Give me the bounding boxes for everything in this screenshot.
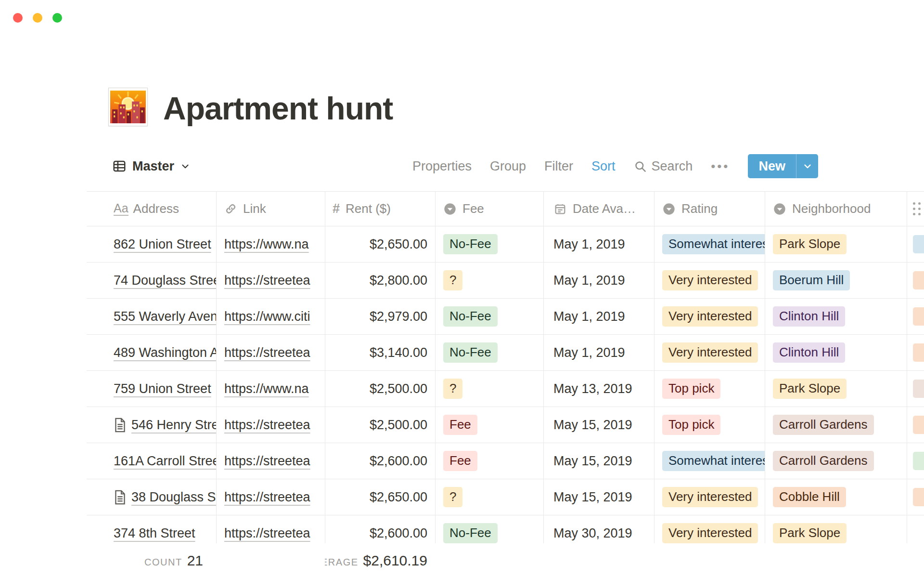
- cell-extra[interactable]: [907, 335, 924, 370]
- page-emoji-icon[interactable]: [108, 88, 148, 126]
- cell-address[interactable]: 161A Carroll Street: [106, 443, 216, 479]
- cell-fee[interactable]: ?: [435, 371, 543, 407]
- group-button[interactable]: Group: [490, 159, 526, 174]
- url-link[interactable]: https://streetea: [224, 490, 310, 505]
- column-header-date[interactable]: Date Ava…: [543, 192, 654, 226]
- cell-extra[interactable]: [907, 479, 924, 515]
- cell-address[interactable]: 74 Douglass Street: [106, 263, 216, 298]
- cell-rent[interactable]: $2,650.00: [325, 479, 435, 515]
- new-button-label[interactable]: New: [748, 154, 796, 178]
- cell-date-available[interactable]: May 1, 2019: [543, 335, 654, 370]
- cell-extra[interactable]: [907, 443, 924, 479]
- column-header-address[interactable]: AaAddress: [106, 192, 216, 226]
- minimize-window-button[interactable]: [33, 13, 42, 23]
- column-header-rent[interactable]: #Rent ($): [325, 192, 435, 226]
- address-link[interactable]: 555 Waverly Avenue: [114, 309, 216, 324]
- new-dropdown-button[interactable]: [796, 154, 818, 178]
- close-window-button[interactable]: [13, 13, 23, 23]
- cell-link[interactable]: https://streetea: [216, 479, 325, 515]
- cell-neighborhood[interactable]: Clinton Hill: [765, 299, 907, 334]
- cell-address[interactable]: 862 Union Street: [106, 226, 216, 262]
- more-options-button[interactable]: •••: [711, 159, 730, 174]
- cell-fee[interactable]: ?: [435, 263, 543, 298]
- cell-date-available[interactable]: May 1, 2019: [543, 263, 654, 298]
- sort-button[interactable]: Sort: [591, 159, 616, 174]
- cell-rating[interactable]: Somewhat interested: [654, 226, 765, 262]
- cell-address[interactable]: 489 Washington Ave: [106, 335, 216, 370]
- page-title[interactable]: Apartment hunt: [163, 91, 393, 126]
- cell-fee[interactable]: No-Fee: [435, 299, 543, 334]
- cell-link[interactable]: https://www.na: [216, 371, 325, 407]
- url-link[interactable]: https://streetea: [224, 345, 310, 360]
- count-calc[interactable]: COUNT 21: [87, 543, 216, 578]
- cell-link[interactable]: https://streetea: [216, 407, 325, 443]
- cell-rent[interactable]: $2,650.00: [325, 226, 435, 262]
- cell-address[interactable]: 546 Henry Street: [106, 407, 216, 443]
- cell-extra[interactable]: [907, 407, 924, 443]
- cell-rating[interactable]: Top pick: [654, 371, 765, 407]
- url-link[interactable]: https://streetea: [224, 526, 310, 541]
- cell-neighborhood[interactable]: Boerum Hill: [765, 263, 907, 298]
- cell-date-available[interactable]: May 13, 2019: [543, 371, 654, 407]
- cell-fee[interactable]: No-Fee: [435, 226, 543, 262]
- cell-link[interactable]: https://streetea: [216, 443, 325, 479]
- column-header-hood[interactable]: Neighborhood: [765, 192, 907, 226]
- address-link[interactable]: 161A Carroll Street: [114, 454, 216, 469]
- cell-rent[interactable]: $2,979.00: [325, 299, 435, 334]
- cell-rent[interactable]: $2,600.00: [325, 443, 435, 479]
- cell-fee[interactable]: Fee: [435, 443, 543, 479]
- cell-link[interactable]: https://www.na: [216, 226, 325, 262]
- cell-neighborhood[interactable]: Carroll Gardens: [765, 443, 907, 479]
- new-button[interactable]: New: [748, 154, 818, 178]
- address-link[interactable]: 374 8th Street: [114, 526, 195, 541]
- url-link[interactable]: https://streetea: [224, 273, 310, 288]
- cell-rating[interactable]: Very interested: [654, 299, 765, 334]
- cell-rent[interactable]: $2,500.00: [325, 371, 435, 407]
- cell-neighborhood[interactable]: Park Slope: [765, 226, 907, 262]
- cell-extra[interactable]: [907, 226, 924, 262]
- cell-fee[interactable]: Fee: [435, 407, 543, 443]
- address-link[interactable]: 38 Douglass Street: [131, 490, 216, 505]
- cell-date-available[interactable]: May 15, 2019: [543, 407, 654, 443]
- address-link[interactable]: 489 Washington Ave: [114, 345, 216, 360]
- cell-link[interactable]: https://www.citi: [216, 299, 325, 334]
- address-link[interactable]: 862 Union Street: [114, 237, 211, 252]
- cell-date-available[interactable]: May 15, 2019: [543, 443, 654, 479]
- cell-rating[interactable]: Somewhat interested: [654, 443, 765, 479]
- column-header-link[interactable]: Link: [216, 192, 325, 226]
- cell-rent[interactable]: $3,140.00: [325, 335, 435, 370]
- cell-neighborhood[interactable]: Cobble Hill: [765, 479, 907, 515]
- search-button[interactable]: Search: [634, 159, 693, 174]
- view-switcher[interactable]: Master: [112, 159, 191, 174]
- url-link[interactable]: https://www.citi: [224, 309, 310, 324]
- url-link[interactable]: https://streetea: [224, 418, 310, 433]
- address-link[interactable]: 74 Douglass Street: [114, 273, 216, 288]
- column-header-rating[interactable]: Rating: [654, 192, 765, 226]
- url-link[interactable]: https://www.na: [224, 237, 309, 252]
- cell-date-available[interactable]: May 15, 2019: [543, 479, 654, 515]
- url-link[interactable]: https://streetea: [224, 454, 310, 469]
- cell-rating[interactable]: Very interested: [654, 263, 765, 298]
- properties-button[interactable]: Properties: [412, 159, 472, 174]
- cell-rating[interactable]: Very interested: [654, 479, 765, 515]
- cell-address[interactable]: 555 Waverly Avenue: [106, 299, 216, 334]
- cell-rating[interactable]: Very interested: [654, 335, 765, 370]
- cell-neighborhood[interactable]: Clinton Hill: [765, 335, 907, 370]
- column-header-fee[interactable]: Fee: [435, 192, 543, 226]
- cell-link[interactable]: https://streetea: [216, 335, 325, 370]
- cell-fee[interactable]: No-Fee: [435, 335, 543, 370]
- cell-fee[interactable]: ?: [435, 479, 543, 515]
- cell-address[interactable]: 759 Union Street: [106, 371, 216, 407]
- cell-extra[interactable]: [907, 299, 924, 334]
- address-link[interactable]: 546 Henry Street: [131, 418, 216, 433]
- cell-rent[interactable]: $2,500.00: [325, 407, 435, 443]
- average-calc[interactable]: AVERAGE $2,610.19: [325, 543, 435, 578]
- url-link[interactable]: https://www.na: [224, 381, 309, 396]
- cell-extra[interactable]: [907, 371, 924, 407]
- zoom-window-button[interactable]: [52, 13, 62, 23]
- filter-button[interactable]: Filter: [544, 159, 573, 174]
- cell-address[interactable]: 38 Douglass Street: [106, 479, 216, 515]
- link-calc-empty[interactable]: [216, 543, 325, 578]
- address-link[interactable]: 759 Union Street: [114, 381, 211, 396]
- cell-extra[interactable]: [907, 263, 924, 298]
